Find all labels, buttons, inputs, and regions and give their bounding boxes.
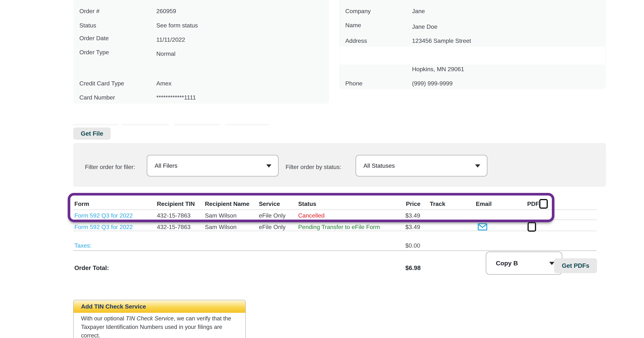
company-label: Company — [345, 7, 371, 15]
chevron-down-icon — [475, 164, 480, 168]
status-cell: Cancelled — [298, 212, 324, 219]
address-line1-value: 123456 Sample Street — [412, 37, 471, 44]
recipient-name-cell: Sam Wilson — [205, 212, 236, 219]
col-header-pdf: PDF — [527, 201, 539, 207]
status-cell: Pending Transfer to eFile Form — [298, 223, 380, 231]
order-date-value: 11/11/2022 — [156, 36, 185, 43]
address-label: Address — [345, 37, 367, 44]
tin-check-header: Add TIN Check Service — [73, 300, 246, 313]
taxes-value: $0.00 — [405, 242, 420, 249]
price-cell: $3.49 — [405, 212, 420, 219]
price-cell: $3.49 — [405, 223, 420, 231]
address-line2-value: Hopkins, MN 29061 — [412, 65, 464, 73]
filter-filer-label: Filter order for filer: — [85, 163, 135, 171]
order-status-label: Status — [79, 22, 96, 29]
order-number-value: 260959 — [156, 7, 176, 15]
order-status-value: See form status — [156, 22, 198, 29]
col-header-recipient-name: Recipient Name — [205, 201, 250, 207]
divider — [73, 220, 596, 220]
company-value: Jane — [412, 7, 425, 15]
recipient-tin-cell: 432-15-7863 — [157, 223, 190, 231]
card-number-value: ************1111 — [156, 94, 196, 101]
customer-info-panel — [339, 0, 606, 89]
ghost-tab-1 — [72, 124, 118, 125]
recipient-name-cell: Sam Wilson — [205, 223, 236, 231]
col-header-form: Form — [74, 201, 89, 207]
order-number-label: Order # — [79, 7, 100, 15]
tin-check-title: Add TIN Check Service — [74, 303, 146, 310]
ghost-tab-4 — [225, 124, 269, 125]
filter-status-label: Filter order by status: — [286, 163, 342, 171]
filer-select-value: All Filers — [155, 162, 178, 169]
name-value: Jane Doe — [412, 23, 438, 30]
recipient-tin-cell: 432-15-7863 — [157, 212, 190, 219]
col-header-recipient-tin: Recipient TIN — [157, 201, 195, 207]
taxes-link[interactable]: Taxes: — [74, 242, 92, 249]
get-pdfs-button[interactable]: Get PDFs — [554, 258, 597, 273]
credit-card-type-value: Amex — [156, 80, 172, 87]
tin-check-service-italic: TIN Check Service — [126, 315, 174, 322]
status-select[interactable]: All Statuses — [356, 155, 487, 176]
select-all-pdf-checkbox[interactable] — [539, 199, 548, 209]
tin-check-body: With our optional TIN Check Service, we … — [73, 313, 246, 338]
form-link[interactable]: Form 592 Q3 for 2022 — [74, 212, 133, 219]
name-label: Name — [345, 21, 361, 29]
phone-label: Phone — [345, 80, 362, 87]
order-type-value: Normal — [156, 50, 176, 57]
chevron-down-icon — [549, 262, 554, 265]
order-details-page: Order # 260959 Status See form status Or… — [0, 0, 644, 338]
order-info-panel — [73, 0, 329, 104]
form-link[interactable]: Form 592 Q3 for 2022 — [74, 223, 133, 231]
order-type-label: Order Type — [79, 48, 109, 56]
email-icon[interactable] — [478, 223, 487, 231]
phone-value: (999) 999-9999 — [412, 80, 453, 87]
ghost-tab-3 — [174, 124, 220, 125]
ghost-tab-2 — [122, 124, 169, 125]
credit-card-type-label: Credit Card Type — [79, 80, 124, 87]
divider — [73, 231, 596, 231]
card-number-label: Card Number — [79, 94, 115, 101]
filer-select[interactable]: All Filers — [147, 155, 278, 176]
col-header-track: Track — [430, 201, 446, 207]
pdf-checkbox[interactable] — [528, 222, 536, 232]
get-file-button[interactable]: Get File — [73, 127, 111, 140]
col-header-email: Email — [476, 201, 492, 207]
service-cell: eFile Only — [259, 212, 286, 219]
status-select-value: All Statuses — [364, 162, 395, 169]
copy-select[interactable]: Copy B — [486, 252, 562, 275]
col-header-status: Status — [298, 201, 316, 207]
col-header-service: Service — [259, 201, 280, 207]
redacted-address-area — [339, 47, 605, 64]
divider — [73, 250, 596, 251]
service-cell: eFile Only — [259, 223, 286, 231]
chevron-down-icon — [266, 164, 272, 168]
col-header-price: Price — [406, 201, 420, 207]
order-total-value: $6.98 — [405, 264, 421, 272]
order-date-label: Order Date — [79, 34, 109, 42]
copy-select-value: Copy B — [496, 260, 518, 267]
order-total-label: Order Total: — [74, 264, 109, 272]
divider — [73, 210, 596, 210]
tin-check-text: With our optional TIN Check Service, we … — [81, 314, 242, 338]
